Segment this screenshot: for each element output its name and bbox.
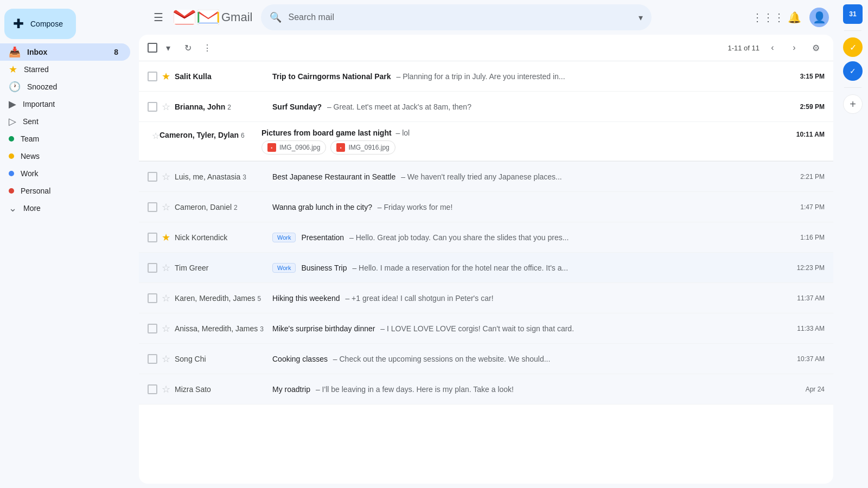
email-row[interactable]: ☆ Tim Greer Work Business Trip – Hello. … [139, 253, 833, 283]
email-checkbox[interactable] [148, 233, 157, 242]
sidebar-item-important[interactable]: ▶ Important [0, 95, 130, 113]
chevron-left-icon: ‹ [771, 43, 774, 53]
select-dropdown-button[interactable]: ▾ [159, 39, 177, 56]
select-all-checkbox[interactable] [148, 43, 157, 53]
email-sender: Song Chi [175, 355, 272, 363]
sidebar-item-more[interactable]: ⌄ More [0, 200, 130, 217]
more-options-button[interactable]: ⋮ [199, 39, 216, 56]
email-checkbox[interactable] [148, 293, 157, 303]
email-content: Trip to Cairngorms National Park – Plann… [272, 72, 796, 81]
email-time: 1:47 PM [800, 203, 825, 211]
email-checkbox[interactable] [148, 72, 157, 81]
gmail-icon [197, 10, 219, 25]
email-row[interactable]: ☆ Cameron, Tyler, Dylan 6 Pictures from … [139, 122, 833, 161]
refresh-button[interactable]: ↻ [179, 39, 196, 56]
keep-icon-button[interactable]: ✓ [843, 61, 863, 81]
star-button[interactable]: ☆ [162, 171, 170, 183]
email-checkbox[interactable] [148, 102, 157, 112]
email-row[interactable]: ☆ Mizra Sato My roadtrip – I'll be leavi… [139, 374, 833, 404]
email-row[interactable]: ☆ Brianna, John 2 Surf Sunday? – Great. … [139, 92, 833, 122]
email-row[interactable]: ☆ Karen, Meredith, James 5 Hiking this w… [139, 283, 833, 313]
mail-area: ▾ ↻ ⋮ 1-11 of 11 ‹ › [139, 35, 833, 484]
inbox-label: Inbox [27, 48, 104, 56]
star-button[interactable]: ☆ [162, 383, 170, 395]
search-input[interactable] [288, 12, 639, 22]
settings-button[interactable]: ⚙ [807, 39, 825, 56]
sidebar-item-news[interactable]: News [0, 147, 130, 165]
email-sender: Salit Kulla [175, 72, 272, 81]
email-checkbox[interactable] [148, 354, 157, 364]
prev-page-button[interactable]: ‹ [764, 39, 781, 56]
email-subject: Mike's surprise birthday dinner [272, 324, 375, 333]
email-checkbox[interactable] [148, 324, 157, 333]
important-label: Important [23, 100, 122, 108]
star-button[interactable]: ☆ [162, 262, 170, 274]
email-content: Work Presentation – Hello. Great job tod… [272, 233, 796, 242]
next-page-button[interactable]: › [786, 39, 803, 56]
sidebar-item-work[interactable]: Work [0, 165, 130, 182]
email-sender: Anissa, Meredith, James 3 [175, 324, 272, 333]
email-content: Work Business Trip – Hello. I made a res… [272, 263, 793, 273]
search-bar[interactable]: 🔍 ▾ [261, 4, 652, 30]
sidebar-item-inbox[interactable]: 📥 Inbox 8 [0, 43, 130, 61]
email-checkbox[interactable] [148, 384, 157, 394]
email-content: Hiking this weekend – +1 great idea! I c… [272, 294, 793, 303]
email-row[interactable]: ☆ Luis, me, Anastasia 3 Best Japanese Re… [139, 162, 833, 192]
search-dropdown-icon[interactable]: ▾ [639, 12, 643, 23]
star-button[interactable]: ★ [162, 70, 170, 82]
email-time: Apr 24 [806, 386, 825, 393]
email-row[interactable]: ☆ Cameron, Daniel 2 Wanna grab lunch in … [139, 192, 833, 222]
more-vert-icon: ⋮ [203, 43, 212, 53]
email-time: 11:33 AM [797, 325, 825, 332]
gmail-text: Gmail [221, 10, 252, 24]
star-button[interactable]: ☆ [162, 201, 170, 213]
star-button[interactable]: ☆ [152, 131, 159, 141]
toolbar-left: ▾ ↻ ⋮ [148, 39, 216, 56]
sidebar-item-starred[interactable]: ★ Starred [0, 61, 130, 78]
email-checkbox[interactable] [148, 172, 157, 182]
email-subject: Business Trip [301, 264, 347, 272]
star-button[interactable]: ☆ [162, 353, 170, 365]
email-sender: Tim Greer [175, 264, 272, 272]
compose-button[interactable]: ✚ Compose [4, 9, 76, 39]
star-button[interactable]: ☆ [162, 292, 170, 304]
email-checkbox[interactable] [148, 263, 157, 273]
email-sender: Cameron, Daniel 2 [175, 203, 272, 211]
main-content: ☰ [139, 0, 838, 488]
sidebar-item-team[interactable]: Team [0, 130, 130, 147]
email-time: 10:37 AM [797, 355, 825, 363]
hamburger-button[interactable]: ☰ [148, 7, 169, 28]
divider [844, 87, 861, 88]
email-time: 10:11 AM [796, 126, 825, 138]
email-snippet: – We haven't really tried any Japanese p… [399, 172, 561, 181]
email-content: Wanna grab lunch in the city? – Friday w… [272, 203, 796, 211]
star-button[interactable]: ☆ [162, 101, 170, 113]
email-row[interactable]: ☆ Anissa, Meredith, James 3 Mike's surpr… [139, 313, 833, 344]
email-subject: Trip to Cairngorms National Park [272, 72, 391, 81]
email-row[interactable]: ☆ Song Chi Cooking classes – Check out t… [139, 344, 833, 374]
email-time: 1:16 PM [800, 234, 825, 241]
notifications-button[interactable]: 🔔 [783, 7, 805, 28]
attachment-name: IMG_0916.jpg [348, 144, 389, 151]
sidebar-item-sent[interactable]: ▷ Sent [0, 113, 130, 130]
email-checkbox[interactable] [148, 202, 157, 212]
right-sidebar: 31 ✓ ✓ + [838, 0, 868, 488]
apps-button[interactable]: ⋮⋮⋮ [757, 7, 779, 28]
tasks-icon-button[interactable]: ✓ [843, 37, 863, 57]
attachment-name: IMG_0906.jpg [279, 144, 320, 151]
star-button[interactable]: ★ [162, 232, 170, 243]
header: ☰ [139, 0, 838, 35]
user-avatar[interactable]: 👤 [809, 8, 829, 27]
calendar-icon-button[interactable]: 31 [843, 4, 863, 24]
add-apps-button[interactable]: + [843, 94, 863, 114]
attachment-chip[interactable]: ▪ IMG_0916.jpg [330, 140, 395, 155]
email-row[interactable]: ★ Salit Kulla Trip to Cairngorms Nationa… [139, 61, 833, 92]
more-label: More [23, 204, 122, 213]
avatar-image: 👤 [813, 11, 826, 24]
attachment-chip[interactable]: ▪ IMG_0906.jpg [261, 140, 326, 155]
toolbar-right: 1-11 of 11 ‹ › ⚙ [727, 39, 825, 56]
sidebar-item-snoozed[interactable]: 🕐 Snoozed [0, 78, 130, 95]
star-button[interactable]: ☆ [162, 323, 170, 335]
sidebar-item-personal[interactable]: Personal [0, 182, 130, 200]
email-row[interactable]: ★ Nick Kortendick Work Presentation – He… [139, 222, 833, 253]
